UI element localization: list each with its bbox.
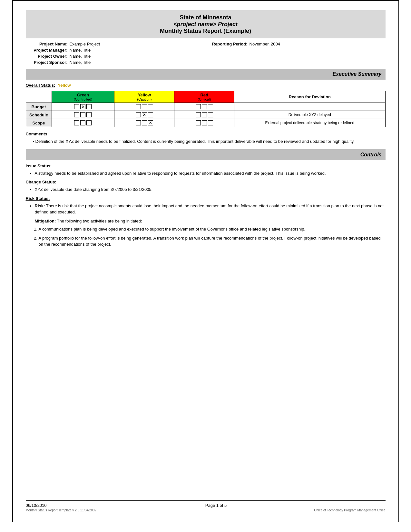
- checkbox-budget-red-0[interactable]: [196, 104, 201, 109]
- checkbox-budget-red-1[interactable]: [202, 104, 207, 109]
- executive-summary-title: Executive Summary: [332, 71, 381, 77]
- checkbox-scope-red-0[interactable]: [196, 120, 201, 125]
- status-table: Green (Controlled) Yellow (Caution) Red …: [26, 91, 386, 127]
- comments-title: Comments:: [26, 132, 386, 136]
- th-reason: Reason for Deviation: [234, 91, 385, 103]
- th-red-sub: (Critical): [177, 97, 231, 101]
- page: State of Minnesota <project name> Projec…: [12, 0, 399, 522]
- checkbox-scope-red-1[interactable]: [202, 120, 207, 125]
- row-budget-reason: [234, 103, 385, 111]
- risk-bullet-list: Risk: There is risk that the project acc…: [35, 203, 386, 215]
- change-status-list: XYZ deliverable due date changing from 3…: [35, 186, 386, 193]
- overall-status-row: Overall Status: Yellow: [26, 83, 386, 88]
- change-item-0: XYZ deliverable due date changing from 3…: [35, 186, 386, 193]
- checkbox-scope-yellow-2[interactable]: [148, 120, 153, 125]
- checkbox-schedule-green-1[interactable]: [80, 112, 85, 117]
- controls-bar: Controls: [26, 149, 386, 160]
- footer-office: Office of Technology Program Management …: [314, 508, 385, 512]
- checkbox-budget-green-1[interactable]: [80, 104, 85, 109]
- risk-status-section: Risk Status: Risk: There is risk that th…: [26, 196, 386, 248]
- row-schedule-yellow: [114, 111, 174, 119]
- row-scope-green: [52, 119, 114, 127]
- checkbox-schedule-green-2[interactable]: [86, 112, 92, 117]
- project-info-right: Reporting Period: November, 2004: [206, 42, 386, 65]
- project-owner-row: Project Owner: Name, Title: [26, 54, 206, 59]
- checkbox-schedule-yellow-2[interactable]: [148, 112, 153, 117]
- row-budget-yellow: [114, 103, 174, 111]
- comment-item-0: Definition of the XYZ deliverable needs …: [35, 138, 386, 145]
- mitigation-label: Mitigation:: [35, 219, 56, 223]
- project-name-row: Project Name: Example Project: [26, 42, 206, 46]
- reporting-period-row: Reporting Period: November, 2004: [206, 42, 386, 46]
- checkbox-schedule-yellow-1[interactable]: [142, 112, 147, 117]
- th-yellow: Yellow (Caution): [114, 91, 174, 103]
- page-header: State of Minnesota <project name> Projec…: [26, 10, 386, 38]
- project-owner-value: Name, Title: [70, 54, 91, 59]
- mitigation-item-0: A communications plan is being developed…: [39, 226, 386, 232]
- issue-status-section: Issue Status: A strategy needs to be est…: [26, 163, 386, 177]
- overall-status-value: Yellow: [58, 83, 71, 88]
- row-label-scope: Scope: [26, 119, 52, 127]
- checkbox-schedule-red-0[interactable]: [196, 112, 201, 117]
- header-line2: <project name> Project: [28, 21, 383, 28]
- project-owner-label: Project Owner:: [26, 54, 68, 59]
- checkbox-scope-yellow-1[interactable]: [142, 120, 147, 125]
- checkbox-budget-green-0[interactable]: [74, 104, 79, 109]
- comments-section: Comments: Definition of the XYZ delivera…: [26, 132, 386, 145]
- project-name-value: Example Project: [70, 42, 100, 46]
- header-line3: Monthly Status Report (Example): [28, 28, 383, 34]
- th-empty: [26, 91, 52, 103]
- issue-status-title: Issue Status:: [26, 163, 386, 168]
- checkbox-scope-red-2[interactable]: [208, 120, 213, 125]
- project-manager-value: Name, Title: [70, 48, 91, 53]
- checkbox-budget-red-2[interactable]: [208, 104, 213, 109]
- risk-text: There is risk that the project accomplis…: [35, 203, 384, 215]
- row-budget-red: [174, 103, 234, 111]
- footer-sub: Monthly Status Report Template v 2.0 11/…: [26, 508, 386, 512]
- checkbox-budget-yellow-0[interactable]: [136, 104, 141, 109]
- mitigation-list: A communications plan is being developed…: [39, 226, 386, 248]
- risk-status-title: Risk Status:: [26, 196, 386, 201]
- overall-status-label: Overall Status:: [26, 83, 55, 88]
- checkbox-schedule-green-0[interactable]: [74, 112, 79, 117]
- comments-list: Definition of the XYZ deliverable needs …: [35, 138, 386, 145]
- issue-item-0: A strategy needs to be established and a…: [35, 170, 386, 177]
- project-sponsor-row: Project Sponsor: Name, Title: [26, 60, 206, 65]
- row-schedule-reason: Deliverable XYZ delayed: [234, 111, 385, 119]
- footer-page: Page 1 of 5: [205, 503, 227, 508]
- reporting-period-value: November, 2004: [250, 42, 280, 46]
- row-scope-yellow: [114, 119, 174, 127]
- header-line1: State of Minnesota: [28, 14, 383, 21]
- footer-template-info: Monthly Status Report Template v 2.0 11/…: [26, 508, 96, 512]
- risk-label: Risk:: [35, 203, 45, 208]
- checkbox-budget-green-2[interactable]: [86, 104, 92, 109]
- row-label-schedule: Schedule: [26, 111, 52, 119]
- checkbox-schedule-red-2[interactable]: [208, 112, 213, 117]
- row-label-budget: Budget: [26, 103, 52, 111]
- footer-date: 06/10/2010: [26, 503, 47, 508]
- checkbox-scope-green-2[interactable]: [86, 120, 92, 125]
- mitigation-item-1: A program portfolio for the follow-on ef…: [39, 235, 386, 248]
- project-info-left: Project Name: Example Project Project Ma…: [26, 42, 206, 65]
- checkbox-budget-yellow-2[interactable]: [148, 104, 153, 109]
- checkbox-scope-green-1[interactable]: [80, 120, 85, 125]
- project-manager-label: Project Manager:: [26, 48, 68, 53]
- row-budget-green: [52, 103, 114, 111]
- checkbox-schedule-yellow-0[interactable]: [136, 112, 141, 117]
- th-red-label: Red: [177, 93, 231, 97]
- risk-item: Risk: There is risk that the project acc…: [35, 203, 386, 215]
- th-reason-label: Reason for Deviation: [289, 94, 331, 99]
- row-schedule-green: [52, 111, 114, 119]
- checkbox-budget-yellow-1[interactable]: [142, 104, 147, 109]
- project-info: Project Name: Example Project Project Ma…: [26, 42, 386, 65]
- th-green-label: Green: [54, 93, 112, 97]
- project-manager-row: Project Manager: Name, Title: [26, 48, 206, 53]
- checkbox-scope-yellow-0[interactable]: [136, 120, 141, 125]
- project-sponsor-label: Project Sponsor:: [26, 60, 68, 65]
- footer-main: 06/10/2010 Page 1 of 5: [26, 503, 386, 508]
- checkbox-schedule-red-1[interactable]: [202, 112, 207, 117]
- checkbox-scope-green-0[interactable]: [74, 120, 79, 125]
- page-footer: 06/10/2010 Page 1 of 5 Monthly Status Re…: [26, 500, 386, 512]
- project-sponsor-value: Name, Title: [70, 60, 91, 65]
- project-name-label: Project Name:: [26, 42, 68, 46]
